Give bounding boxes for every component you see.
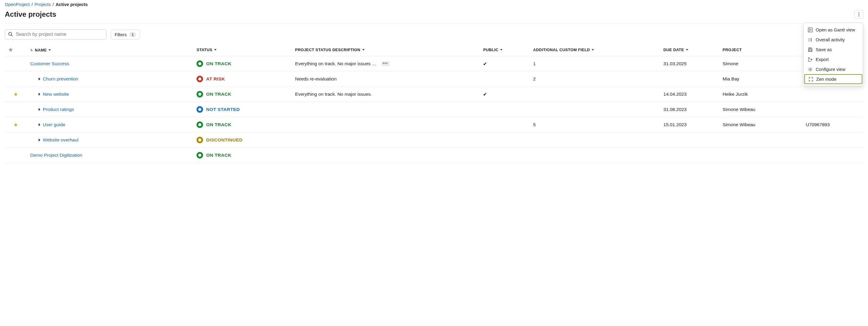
favorite-cell[interactable]	[5, 132, 27, 148]
due-date-cell	[660, 148, 719, 163]
favorite-cell[interactable]	[5, 102, 27, 117]
status-cell: ON TRACK	[193, 148, 291, 163]
public-cell	[479, 132, 529, 148]
status-ring-icon	[196, 60, 203, 67]
gantt-icon	[808, 28, 813, 32]
expander-icon[interactable]	[39, 77, 40, 80]
status-cell: AT RISK	[193, 71, 291, 87]
table-row: Customer Success ON TRACK Everything on …	[5, 56, 863, 71]
menu-label: Configure view	[816, 67, 845, 72]
search-field-wrapper[interactable]	[5, 29, 106, 39]
favorite-cell[interactable]	[5, 56, 27, 71]
favorite-cell[interactable]	[5, 148, 27, 163]
breadcrumb-root[interactable]: OpenProject	[5, 2, 30, 7]
description-text: Needs re-evaluation	[295, 76, 337, 82]
activity-icon	[808, 37, 813, 42]
column-due[interactable]: Due date	[660, 44, 719, 56]
more-menu-button[interactable]	[854, 10, 863, 19]
table-row: ★ New website ON TRACK Everything on tra…	[5, 87, 863, 102]
fullscreen-icon	[808, 77, 813, 82]
name-cell: User guide	[27, 117, 193, 132]
description-cell	[291, 148, 480, 163]
expander-icon[interactable]	[39, 138, 40, 141]
filters-count-badge: 1	[129, 32, 136, 37]
custom-field-cell: 1	[529, 56, 660, 71]
star-filled-icon: ★	[13, 122, 18, 128]
description-text: Everything on track. No major issues or …	[295, 61, 379, 66]
custom-field-cell: 5	[529, 117, 660, 132]
custom-field-cell	[529, 148, 660, 163]
project-link[interactable]: New website	[43, 92, 69, 97]
filters-label: Filters	[115, 32, 127, 37]
public-cell	[479, 148, 529, 163]
due-date-cell	[660, 132, 719, 148]
menu-label: Export	[816, 57, 829, 62]
svg-line-1	[11, 35, 12, 36]
menu-export[interactable]: Export	[804, 55, 863, 64]
column-public-label: Public	[483, 47, 498, 52]
filters-button[interactable]: Filters 1	[111, 30, 140, 39]
menu-configure-view[interactable]: Configure view	[804, 64, 863, 74]
breadcrumb-current: Active projects	[56, 2, 88, 7]
expander-icon[interactable]	[39, 108, 40, 111]
public-cell: ✔	[479, 56, 529, 71]
favorite-cell[interactable]: ★	[5, 87, 27, 102]
breadcrumb: OpenProject / Projects / Active projects	[5, 2, 863, 7]
due-date-cell	[660, 71, 719, 87]
column-custom[interactable]: Additional Custom Field	[529, 44, 660, 56]
svg-point-0	[9, 32, 12, 35]
menu-overall-activity[interactable]: Overall activity	[804, 35, 863, 44]
status-ring-icon	[196, 76, 203, 82]
svg-rect-13	[809, 50, 811, 52]
favorite-cell[interactable]: ★	[5, 117, 27, 132]
column-hier-label: Project	[723, 47, 742, 52]
expander-icon[interactable]	[39, 93, 40, 96]
status-ring-icon	[196, 137, 203, 143]
column-name[interactable]: ↳ Name	[27, 44, 193, 56]
caret-down-icon	[49, 50, 51, 51]
project-link[interactable]: Website overhaul	[43, 137, 79, 143]
svg-rect-12	[809, 48, 811, 49]
menu-zen-mode[interactable]: Zen mode	[804, 74, 862, 84]
save-icon	[808, 47, 813, 52]
project-link[interactable]: User guide	[43, 122, 65, 127]
hierarchy-cell: Heike Jurzik	[719, 87, 802, 102]
toolbar: Filters 1	[5, 24, 863, 42]
status-ring-icon	[196, 106, 203, 113]
public-cell	[479, 71, 529, 87]
menu-save-as[interactable]: Save as	[804, 44, 863, 55]
status-label: DISCONTINUED	[206, 137, 243, 143]
project-link[interactable]: Demo Project Digitization	[30, 153, 82, 158]
project-link[interactable]: Product ratings	[43, 107, 74, 112]
kebab-icon	[859, 12, 859, 17]
check-icon: ✔	[483, 61, 487, 66]
status-cell: ON TRACK	[193, 117, 291, 132]
svg-point-10	[811, 39, 811, 40]
description-cell: Everything on track. No major issues or …	[291, 56, 480, 71]
column-due-label: Due date	[663, 47, 684, 52]
column-public[interactable]: Public	[479, 44, 529, 56]
menu-label: Overall activity	[816, 37, 845, 42]
column-status[interactable]: Status	[193, 44, 291, 56]
name-cell: Churn prevention	[27, 71, 193, 87]
favorite-cell[interactable]	[5, 71, 27, 87]
search-input[interactable]	[15, 31, 103, 37]
expand-description-button[interactable]: •••	[381, 61, 390, 66]
column-hierarchy[interactable]: Project	[719, 44, 802, 56]
breadcrumb-separator: /	[53, 2, 54, 7]
project-link[interactable]: Churn prevention	[43, 76, 79, 82]
custom-field-cell: 2	[529, 71, 660, 87]
project-link[interactable]: Customer Success	[30, 61, 69, 66]
status-label: ON TRACK	[206, 61, 231, 66]
extra-cell	[802, 148, 863, 163]
name-cell: Demo Project Digitization	[27, 148, 193, 163]
expander-icon[interactable]	[39, 123, 40, 126]
breadcrumb-projects[interactable]: Projects	[35, 2, 51, 7]
name-cell: Website overhaul	[27, 132, 193, 148]
extra-cell	[802, 102, 863, 117]
column-description[interactable]: Project status description	[291, 44, 480, 56]
menu-open-gantt[interactable]: Open as Gantt view	[804, 25, 863, 35]
menu-label: Zen mode	[816, 76, 837, 82]
table-row: Churn prevention AT RISK Needs re-evalua…	[5, 71, 863, 87]
column-favorite[interactable]: ★	[5, 44, 27, 56]
